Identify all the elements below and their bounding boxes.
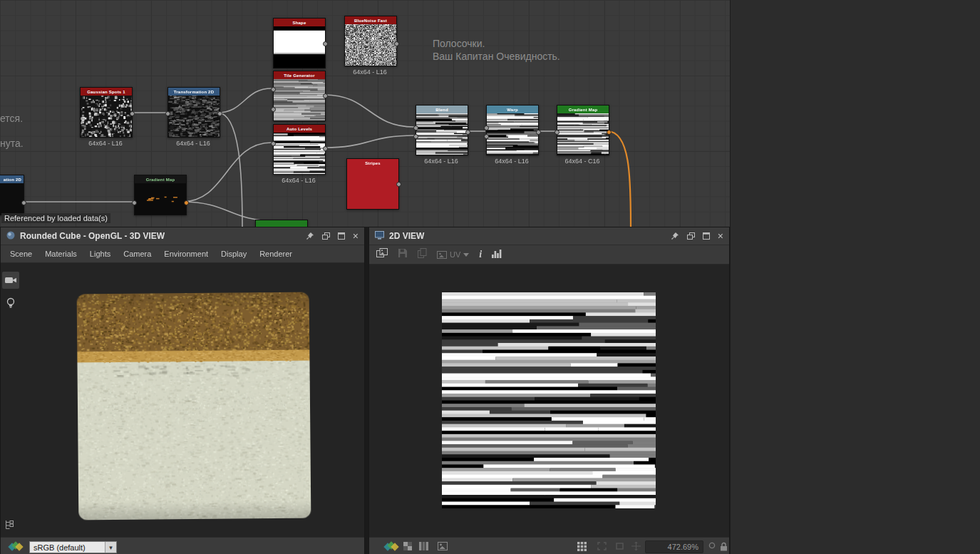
node-caption: 64x64 - L16 (273, 177, 324, 184)
save-icon[interactable] (398, 248, 408, 261)
channels-icon[interactable] (385, 542, 399, 552)
node-input-port[interactable] (413, 125, 418, 130)
color-profile-icon[interactable] (9, 542, 24, 552)
information-icon[interactable]: i (479, 249, 482, 260)
node-output-port[interactable] (607, 130, 612, 135)
image-display-icon[interactable] (438, 542, 448, 550)
grid-toggle-icon[interactable] (577, 542, 587, 551)
node-thumbnail (274, 26, 325, 68)
node-input-port[interactable] (484, 125, 489, 130)
fit-view-icon[interactable] (597, 542, 607, 550)
2d-viewport[interactable] (369, 265, 729, 537)
histogram-icon[interactable] (492, 248, 502, 261)
node-output-port[interactable] (130, 111, 135, 116)
node-output-port[interactable] (323, 146, 328, 151)
2d-view-titlebar[interactable]: 2D VIEW × (369, 227, 729, 245)
node-header: Gradient Map (557, 106, 609, 113)
node-input-port[interactable] (271, 87, 276, 92)
node-input-port[interactable] (555, 130, 559, 135)
camera-icon[interactable] (2, 272, 19, 289)
uv-label: UV (450, 250, 460, 259)
colorspace-value: sRGB (default) (33, 543, 86, 552)
cube-render (77, 292, 311, 520)
menu-lights[interactable]: Lights (83, 250, 117, 258)
node-output-port[interactable] (536, 130, 541, 135)
node-gaussian-spots-1[interactable]: Gaussian Spots 1 (80, 87, 133, 138)
background-toggle-icon[interactable] (403, 542, 412, 550)
node-input-port[interactable] (271, 107, 276, 112)
actual-size-icon[interactable] (615, 542, 624, 550)
lock-icon[interactable] (720, 542, 728, 551)
graph-comment-line2: Ваш Капитан Очевидность. (433, 50, 560, 63)
2d-view-statusbar: 472.69% (369, 537, 729, 554)
pin-icon[interactable] (671, 232, 679, 240)
node-output-port[interactable] (217, 111, 222, 116)
nodes-layer: Gaussian Spots 164x64 - L16Transformatio… (0, 0, 730, 227)
node-output-port[interactable] (184, 200, 189, 205)
node-output-port[interactable] (323, 41, 328, 46)
node-header: Transformation 2D (168, 88, 220, 96)
copy-image-icon[interactable] (376, 248, 388, 261)
3d-view-titlebar[interactable]: Rounded Cube - OpenGL - 3D VIEW × (1, 227, 364, 245)
substance-designer-window: Gaussian Spots 164x64 - L16Transformatio… (0, 0, 980, 554)
float-window-icon[interactable] (322, 232, 330, 240)
split-view-icon[interactable] (419, 542, 428, 550)
node-input-port[interactable] (271, 141, 276, 146)
menu-renderer[interactable]: Renderer (253, 250, 299, 258)
node-output-port[interactable] (394, 41, 399, 46)
node-shape[interactable]: Shape (273, 18, 326, 68)
node-transformation-2d-clipped[interactable]: ation 2D (0, 175, 24, 215)
close-icon[interactable]: × (718, 231, 723, 241)
3d-viewport[interactable] (1, 263, 364, 537)
menu-camera[interactable]: Camera (117, 250, 158, 258)
node-gradient-map[interactable]: Gradient Map (557, 105, 609, 155)
node-transformation-2d[interactable]: Transformation 2D (167, 87, 220, 138)
node-tile-generator[interactable]: Tile Generator (273, 71, 326, 121)
float-window-icon[interactable] (687, 232, 695, 240)
node-thumbnail (416, 113, 468, 155)
maximize-icon[interactable] (703, 232, 710, 240)
chevron-down-icon (463, 253, 469, 257)
menu-display[interactable]: Display (215, 250, 253, 258)
node-output-port[interactable] (465, 130, 470, 135)
copy-icon[interactable] (418, 248, 427, 261)
node-output-port[interactable] (396, 182, 401, 187)
node-input-port[interactable] (165, 111, 170, 116)
2d-view-icon (375, 230, 384, 242)
node-caption: 64x64 - L16 (344, 68, 396, 76)
texture-2d-image (442, 292, 656, 508)
menu-materials[interactable]: Materials (38, 250, 83, 258)
colorspace-select[interactable]: sRGB (default) ▾ (29, 541, 117, 553)
node-input-port[interactable] (413, 134, 418, 139)
pin-icon[interactable] (306, 232, 314, 240)
scene-tree-icon[interactable] (4, 520, 15, 533)
menu-environment[interactable]: Environment (158, 250, 215, 258)
node-gradient-map-2[interactable]: Gradient Map (134, 175, 187, 215)
node-header: Gaussian Spots 1 (81, 88, 132, 96)
close-icon[interactable]: × (353, 231, 359, 241)
maximize-icon[interactable] (338, 232, 345, 240)
node-stripes[interactable]: Stripes (346, 158, 399, 210)
3d-view-title: Rounded Cube - OpenGL - 3D VIEW (20, 231, 165, 241)
node-header: Tile Generator (274, 71, 325, 79)
zoom-level-field[interactable]: 472.69% (645, 540, 703, 553)
pan-icon[interactable] (631, 542, 641, 550)
node-caption: 64x64 - L16 (80, 140, 131, 147)
node-header: Auto Levels (274, 125, 325, 133)
reset-zoom-icon[interactable] (708, 542, 716, 549)
node-output-port[interactable] (323, 93, 328, 98)
node-output-port[interactable] (21, 200, 26, 205)
node-graph[interactable]: Gaussian Spots 164x64 - L16Transformatio… (0, 0, 730, 227)
node-warp[interactable]: Warp (486, 105, 539, 155)
node-input-port[interactable] (484, 134, 489, 139)
3d-view-icon (6, 230, 15, 242)
node-thumbnail (0, 183, 24, 215)
menu-scene[interactable]: Scene (4, 250, 38, 258)
node-blend[interactable]: Blend (416, 105, 468, 155)
node-bluenoise-fast[interactable]: BlueNoise Fast (344, 16, 397, 66)
node-input-port[interactable] (132, 200, 137, 205)
node-auto-levels[interactable]: Auto Levels (273, 124, 326, 175)
light-icon[interactable] (2, 294, 19, 312)
uv-mode-dropdown[interactable]: UV (437, 250, 469, 259)
node-thumbnail (347, 167, 398, 209)
